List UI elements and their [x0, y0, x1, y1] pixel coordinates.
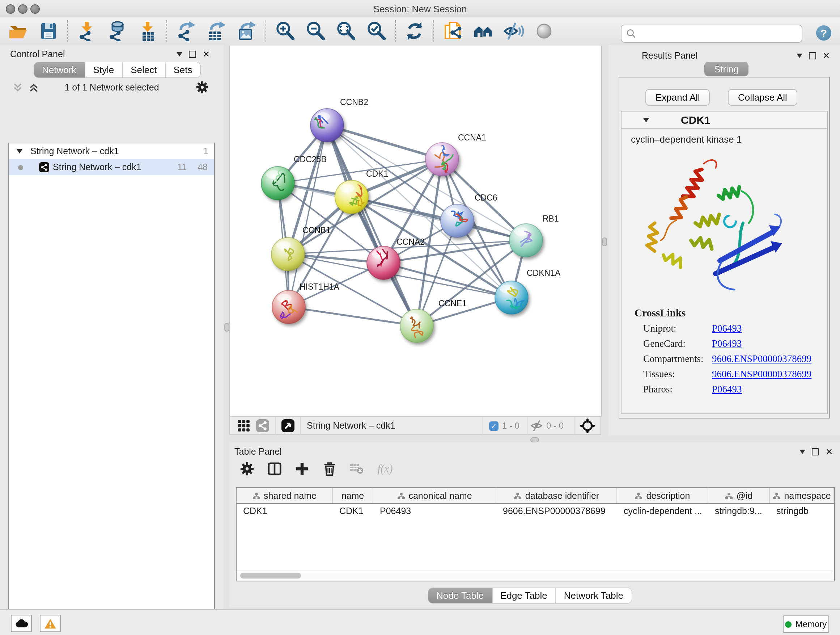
import-table-icon[interactable]: [137, 20, 158, 42]
close-panel-icon[interactable]: ✕: [823, 52, 830, 59]
birdseye-icon[interactable]: [281, 419, 294, 432]
column-header-name[interactable]: name: [333, 488, 373, 503]
float-panel-icon[interactable]: [809, 52, 816, 59]
collapse-all-button[interactable]: Collapse All: [728, 89, 797, 106]
tab-edge-table[interactable]: Edge Table: [493, 588, 556, 603]
column-header-canonical-name[interactable]: canonical name: [373, 488, 496, 503]
crosslink-row: Compartments: 9606.ENSP00000378699: [643, 353, 827, 365]
node-CDKN1A[interactable]: CDKN1A: [495, 268, 561, 314]
cloud-button[interactable]: [11, 615, 32, 632]
close-panel-icon[interactable]: ✕: [826, 448, 833, 455]
zoom-fit-icon[interactable]: [335, 20, 357, 42]
network-canvas[interactable]: CCNB2 CCNA1 CDC25B CDK1 CDC6 RB1 CCNB1 C…: [229, 46, 602, 416]
selected-checkbox[interactable]: ✓: [489, 421, 499, 431]
add-column-icon[interactable]: [294, 461, 309, 479]
columns-icon[interactable]: [267, 461, 282, 479]
edge-CCNB2-CCNE1[interactable]: [327, 125, 417, 326]
node-label-CDK1: CDK1: [366, 169, 388, 179]
node-CCNA1[interactable]: CCNA1: [425, 133, 486, 176]
tab-style[interactable]: Style: [85, 62, 123, 78]
tree-row-collection[interactable]: String Network – cdk1 1: [9, 143, 214, 159]
edge-CCNB2-CCNA1[interactable]: [327, 125, 442, 159]
collapse-panel-icon[interactable]: [177, 52, 182, 57]
delete-icon[interactable]: [322, 461, 337, 479]
table-row[interactable]: CDK1CDK1P064939606.ENSP00000378699cyclin…: [237, 504, 834, 518]
open-session-icon[interactable]: [7, 20, 29, 42]
save-session-icon[interactable]: [38, 20, 59, 42]
cell-@id[interactable]: stringdb:9...: [708, 504, 770, 518]
close-panel-icon[interactable]: ✕: [202, 51, 210, 58]
toolbar-separator: [265, 20, 266, 42]
column-header-database-identifier[interactable]: database identifier: [496, 488, 617, 503]
show-details-icon[interactable]: [533, 20, 555, 42]
crosslink-value-link[interactable]: P06493: [712, 384, 742, 395]
import-database-icon[interactable]: [106, 20, 128, 42]
home-icon[interactable]: [472, 20, 494, 42]
collapse-panel-icon[interactable]: [799, 450, 805, 454]
tab-sets[interactable]: Sets: [165, 62, 200, 78]
tree-row-network[interactable]: String Network – cdk1 11 48: [9, 159, 214, 175]
tab-node-table[interactable]: Node Table: [428, 588, 493, 603]
import-network-icon[interactable]: [76, 20, 98, 42]
memory-button[interactable]: Memory: [783, 616, 829, 633]
cell-description[interactable]: cyclin-dependent ...: [617, 504, 708, 518]
column-header-shared-name[interactable]: shared name: [237, 488, 333, 503]
bottom-splitter-handle[interactable]: [531, 437, 539, 442]
zoom-selected-icon[interactable]: [365, 20, 387, 42]
crosslink-label: Tissues:: [643, 369, 712, 380]
export-table-icon[interactable]: [205, 20, 227, 42]
help-button[interactable]: ?: [816, 25, 831, 41]
crosshair-icon[interactable]: [580, 418, 595, 433]
grid-icon[interactable]: [238, 420, 249, 432]
export-image-icon[interactable]: [236, 20, 257, 42]
export-network-icon[interactable]: [175, 20, 197, 42]
search-input[interactable]: [639, 28, 797, 40]
zoom-out-icon[interactable]: [305, 20, 326, 42]
copy-document-icon[interactable]: [442, 20, 464, 42]
refresh-view-icon[interactable]: [404, 20, 425, 42]
cell-namespace[interactable]: stringdb: [770, 504, 834, 518]
warning-button[interactable]: [40, 615, 61, 632]
hide-details-icon[interactable]: [503, 20, 524, 42]
crosslink-value-link[interactable]: 9606.ENSP00000378699: [712, 369, 812, 380]
float-panel-icon[interactable]: [812, 448, 819, 455]
section-disclosure-icon[interactable]: [643, 118, 649, 122]
float-panel-icon[interactable]: [189, 51, 196, 58]
edge-CDK1-RB1[interactable]: [352, 197, 526, 241]
tree-disclosure-icon[interactable]: [17, 149, 22, 154]
tab-network-table[interactable]: Network Table: [556, 588, 631, 603]
crosslink-value-link[interactable]: 9606.ENSP00000378699: [712, 353, 812, 365]
search-box[interactable]: [621, 25, 802, 43]
left-splitter-handle[interactable]: [224, 323, 229, 332]
scrollbar-thumb[interactable]: [240, 573, 301, 578]
node-label-CDC6: CDC6: [475, 193, 497, 203]
expand-all-button[interactable]: Expand All: [645, 89, 710, 106]
edge-HIST1H1A-CCNE1[interactable]: [289, 307, 417, 326]
table-horizontal-scrollbar[interactable]: [237, 570, 833, 581]
cell-shared-name[interactable]: CDK1: [237, 504, 333, 518]
tab-string[interactable]: String: [705, 62, 748, 76]
gear-icon[interactable]: [240, 461, 255, 479]
cell-database-identifier[interactable]: 9606.ENSP00000378699: [496, 504, 617, 518]
tab-select[interactable]: Select: [123, 62, 165, 78]
zoom-in-icon[interactable]: [274, 20, 296, 42]
column-header-namespace[interactable]: namespace: [770, 488, 834, 503]
right-splitter-handle[interactable]: [602, 238, 607, 246]
node-HIST1H1A[interactable]: HIST1H1A: [272, 282, 340, 324]
crosslink-value-link[interactable]: P06493: [712, 323, 742, 334]
share-icon[interactable]: [256, 419, 269, 432]
column-header-description[interactable]: description: [617, 488, 708, 503]
cell-canonical-name[interactable]: P06493: [373, 504, 496, 518]
hidden-count: 0 - 0: [546, 421, 564, 431]
network-options-gear-icon[interactable]: [195, 80, 209, 97]
column-header-@id[interactable]: @id: [708, 488, 770, 503]
control-panel-window-buttons: ✕: [177, 51, 210, 58]
tab-network[interactable]: Network: [34, 62, 85, 78]
crosslink-value-link[interactable]: P06493: [712, 338, 742, 350]
collapse-panel-icon[interactable]: [797, 54, 802, 58]
shared-column-icon: [514, 492, 522, 499]
shared-column-icon: [397, 492, 405, 499]
node-RB1[interactable]: RB1: [509, 214, 559, 257]
cell-name[interactable]: CDK1: [333, 504, 373, 518]
node-section-header[interactable]: CDK1: [622, 111, 827, 129]
